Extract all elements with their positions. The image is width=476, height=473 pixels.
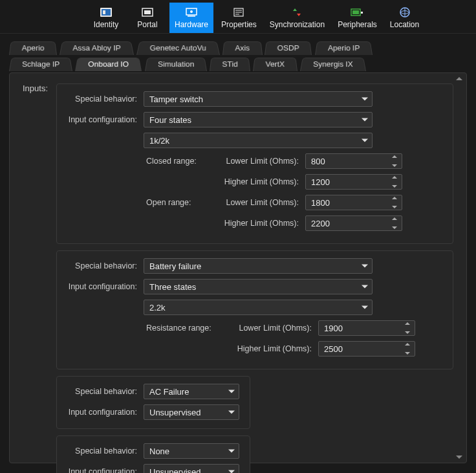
open-higher-input[interactable]: 2200 — [305, 215, 402, 231]
select-value: Unsupervised — [149, 408, 201, 417]
svg-rect-13 — [352, 10, 359, 14]
nav-hardware[interactable]: Hardware — [169, 3, 213, 33]
resistance-lower-input[interactable]: 1900 — [318, 320, 415, 336]
input-group-3: Special behavior: None Input configurati… — [56, 435, 250, 473]
nav-synchronization[interactable]: Synchronization — [265, 3, 330, 33]
nav-location[interactable]: Location — [385, 3, 424, 33]
portal-icon — [141, 6, 154, 18]
chevron-down-icon — [362, 265, 368, 268]
hardware-icon — [185, 6, 198, 18]
open-lower-input[interactable]: 1800 — [305, 195, 402, 210]
tab-genetec-autovu[interactable]: Genetec AutoVu — [136, 41, 220, 55]
scroll-up-icon[interactable] — [456, 77, 462, 80]
nav-label: Location — [390, 20, 419, 29]
chevron-down-icon — [362, 98, 368, 101]
closed-range-label: Closed range: — [144, 157, 215, 166]
closed-lower-input[interactable]: 800 — [305, 153, 402, 169]
input-config-select[interactable]: Three states — [144, 279, 373, 294]
chevron-down-icon — [362, 306, 368, 309]
inputs-panel: Inputs: Special behavior: Tamper switch … — [9, 72, 467, 463]
tab-vertx[interactable]: VertX — [253, 58, 298, 71]
resistance-range-label: Resistance range: — [144, 324, 221, 333]
nav-label: Properties — [221, 20, 257, 29]
nav-label: Portal — [137, 20, 157, 29]
lower-limit-label: Lower Limit (Ohms): — [215, 198, 305, 207]
special-behavior-select[interactable]: None — [144, 443, 239, 459]
tab-simulation[interactable]: Simulation — [145, 58, 207, 71]
nav-label: Hardware — [175, 20, 208, 29]
chevron-down-icon — [228, 411, 235, 414]
input-value: 800 — [311, 157, 325, 166]
input-config-select[interactable]: Four states — [144, 112, 373, 127]
scroll-down-icon[interactable] — [456, 456, 462, 459]
spinner-buttons[interactable] — [390, 197, 399, 208]
svg-rect-4 — [144, 10, 151, 14]
input-config-select[interactable]: Unsupervised — [144, 404, 239, 420]
tab-onboard-io[interactable]: Onboard IO — [75, 58, 142, 71]
chevron-down-icon — [362, 285, 368, 289]
lower-limit-label: Lower Limit (Ohms): — [221, 324, 318, 333]
nav-identity[interactable]: Identity — [87, 3, 125, 33]
input-config-label: Input configuration: — [66, 115, 144, 124]
select-value: 2.2k — [149, 303, 166, 313]
special-behavior-select[interactable]: AC Failure — [144, 384, 239, 399]
svg-point-7 — [190, 10, 193, 13]
spinner-buttons[interactable] — [390, 155, 399, 167]
input-value: 1800 — [311, 198, 330, 208]
nav-peripherals[interactable]: Peripherals — [332, 3, 382, 33]
sync-icon — [290, 6, 303, 18]
select-value: Tamper switch — [149, 94, 203, 104]
properties-icon — [232, 6, 245, 18]
identity-icon — [100, 6, 113, 18]
tab-aperio-ip[interactable]: Aperio IP — [315, 41, 373, 55]
input-config-label: Input configuration: — [66, 282, 144, 291]
input-value: 2200 — [311, 219, 330, 228]
resistor-select[interactable]: 2.2k — [144, 300, 373, 315]
spinner-buttons[interactable] — [390, 217, 399, 229]
select-value: Unsupervised — [149, 467, 201, 474]
tab-schlage-ip[interactable]: Schlage IP — [9, 58, 72, 71]
chevron-down-icon — [228, 450, 235, 453]
tab-assa-abloy-ip[interactable]: Assa Abloy IP — [60, 41, 134, 55]
select-value: Four states — [149, 115, 191, 125]
chevron-down-icon — [362, 118, 368, 122]
higher-limit-label: Higher Limit (Ohms): — [144, 219, 305, 228]
select-value: Battery failure — [149, 261, 201, 271]
higher-limit-label: Higher Limit (Ohms): — [144, 177, 305, 186]
spinner-buttons[interactable] — [403, 343, 412, 355]
tab-row-2: Schlage IP Onboard IO Simulation STid Ve… — [9, 56, 467, 72]
nav-properties[interactable]: Properties — [216, 3, 262, 33]
tab-stid[interactable]: STid — [210, 58, 250, 71]
select-value: AC Failure — [149, 387, 189, 397]
input-group-0: Special behavior: Tamper switch Input co… — [56, 83, 453, 244]
input-config-label: Input configuration: — [66, 408, 144, 417]
tab-axis[interactable]: Axis — [222, 41, 263, 55]
tab-row-1: Aperio Assa Abloy IP Genetec AutoVu Axis… — [9, 40, 467, 56]
input-config-select[interactable]: Unsupervised — [144, 464, 239, 473]
resistor-select[interactable]: 1k/2k — [144, 133, 373, 148]
location-icon — [398, 6, 411, 18]
special-behavior-select[interactable]: Battery failure — [144, 258, 373, 274]
svg-rect-2 — [103, 10, 105, 14]
nav-portal[interactable]: Portal — [128, 3, 167, 33]
input-value: 1200 — [311, 177, 330, 187]
input-group-2: Special behavior: AC Failure Input confi… — [56, 376, 250, 429]
tab-aperio[interactable]: Aperio — [9, 41, 57, 55]
tab-synergis-ix[interactable]: Synergis IX — [300, 58, 366, 71]
peripherals-icon — [351, 6, 363, 18]
spinner-buttons[interactable] — [390, 176, 399, 188]
chevron-down-icon — [362, 139, 368, 142]
special-behavior-label: Special behavior: — [66, 261, 144, 270]
special-behavior-label: Special behavior: — [66, 446, 144, 456]
resistance-higher-input[interactable]: 2500 — [318, 341, 415, 357]
tab-osdp[interactable]: OSDP — [265, 41, 312, 55]
closed-higher-input[interactable]: 1200 — [305, 174, 402, 190]
nav-label: Identity — [94, 20, 119, 29]
special-behavior-select[interactable]: Tamper switch — [144, 91, 373, 107]
inputs-section-label: Inputs: — [23, 83, 48, 93]
chevron-down-icon — [228, 390, 235, 393]
select-value: Three states — [149, 282, 196, 292]
spinner-buttons[interactable] — [403, 322, 412, 334]
open-range-label: Open range: — [144, 198, 215, 207]
select-value: 1k/2k — [149, 136, 169, 146]
